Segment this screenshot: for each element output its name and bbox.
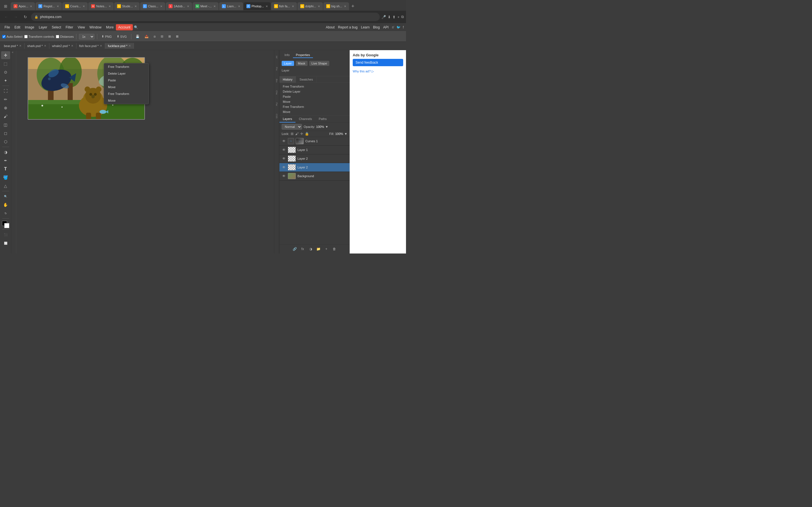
link-layers-btn[interactable]: 🔗 [292, 246, 298, 252]
eraser-tool[interactable]: ◻ [1, 129, 10, 137]
delete-layer-btn[interactable]: 🗑 [332, 246, 337, 252]
layer-visibility-toggle[interactable]: 👁 [282, 174, 286, 178]
share-icon[interactable]: ⬆ [393, 15, 396, 19]
hand-tool[interactable]: ✋ [1, 201, 10, 209]
menu-item-layer[interactable]: Layer [36, 24, 49, 31]
move-tool[interactable]: ✛ [1, 51, 10, 59]
info-mini-label[interactable]: Inf [274, 51, 279, 62]
browser-tab-apex[interactable]: A Apex... ✕ [11, 2, 35, 10]
align-button[interactable]: ⊟ [159, 34, 165, 39]
heal-tool[interactable]: ⊕ [1, 104, 10, 112]
file-tab-close[interactable]: ✕ [19, 44, 21, 47]
new-layer-group-btn[interactable]: 📁 [316, 246, 321, 252]
lock-position-btn[interactable]: ✛ [300, 132, 303, 136]
new-tab-button[interactable]: + [350, 2, 356, 10]
tab-swatches[interactable]: Swatches [296, 76, 317, 82]
lasso-tool[interactable]: ⊙ [1, 68, 10, 76]
context-menu-item-free-transform[interactable]: Free Transform [104, 63, 149, 70]
browser-tab-liam[interactable]: L Liam... ✕ [219, 2, 243, 10]
tab-close-btn[interactable]: ✕ [238, 5, 240, 8]
tab-close-btn[interactable]: ✕ [57, 5, 59, 8]
file-tab-close[interactable]: ✕ [71, 44, 73, 47]
layer-effects-btn[interactable]: fx [300, 246, 306, 252]
paths-mini-label[interactable]: Par [274, 99, 279, 110]
browser-tab-stude[interactable]: G Stude... ✕ [114, 2, 140, 10]
history-item[interactable]: Free Transform [280, 104, 350, 109]
browser-tab-bigsh[interactable]: G big sh... ✕ [323, 2, 349, 10]
lock-all-btn[interactable]: 🔒 [305, 132, 309, 136]
auto-select-checkbox[interactable]: Auto-Select [2, 35, 22, 38]
menu-item-edit[interactable]: Edit [12, 24, 22, 31]
background-color[interactable] [4, 223, 9, 228]
tab-close-btn[interactable]: ✕ [160, 5, 162, 8]
magic-wand-tool[interactable]: ✦ [1, 76, 10, 84]
tab-close-btn[interactable]: ✕ [109, 5, 111, 8]
history-item[interactable]: Free Transform [280, 84, 350, 89]
distances-checkbox[interactable]: Distances [56, 35, 73, 38]
svg-button[interactable]: ⬇ SVG [115, 34, 128, 39]
png-button[interactable]: ⬇ PNG [100, 34, 113, 39]
channels-mini-label[interactable]: Cha [274, 87, 279, 98]
layer-item-3[interactable]: 👁 Layer 2 [280, 163, 350, 172]
browser-tab-fishfa[interactable]: G fish fa... ✕ [271, 2, 297, 10]
fill-arrow[interactable]: ▼ [344, 132, 347, 135]
browser-tab-dolphi[interactable]: G dolphi... ✕ [297, 2, 323, 10]
opacity-arrow[interactable]: ▼ [325, 125, 328, 128]
layer-visibility-toggle[interactable]: 👁 [282, 156, 286, 161]
tab-close-btn[interactable]: ✕ [83, 5, 85, 8]
tab-channels[interactable]: Channels [296, 116, 315, 122]
browser-tab-class[interactable]: C Class... ✕ [140, 2, 165, 10]
eyedropper-tool[interactable]: ✏ [1, 96, 10, 103]
layer-item-2[interactable]: 👁 Layer 2 [280, 154, 350, 163]
brush-tool[interactable]: 🖌 [1, 112, 10, 120]
sidebar-toggle[interactable]: ⊞ [2, 2, 9, 10]
mask-btn[interactable]: ◑ [308, 246, 313, 252]
blog-link[interactable]: Blog [373, 25, 380, 29]
layer-item-1[interactable]: 👁 Layer 1 [280, 146, 350, 154]
brush-mini-label[interactable]: Bru [274, 75, 279, 86]
layer-visibility-toggle[interactable]: 👁 [282, 165, 286, 170]
rotate-tool[interactable]: ↻ [1, 209, 10, 217]
tab-close-btn[interactable]: ✕ [213, 5, 216, 8]
transform-tool[interactable]: ⧈ [152, 34, 157, 39]
export-button[interactable]: 📤 [143, 34, 150, 39]
address-bar[interactable]: 🔒 photopea.com [31, 13, 380, 21]
send-feedback-button[interactable]: Send feedback [353, 59, 403, 66]
dodge-tool[interactable]: ◑ [1, 148, 10, 156]
transform-checkbox[interactable]: Transform controls [24, 35, 54, 38]
blend-mode-dropdown[interactable]: NormalMultiplyScreen [282, 124, 302, 129]
report-bug-link[interactable]: Report a bug [338, 25, 357, 29]
tab-info[interactable]: Info [282, 52, 292, 58]
select-tool[interactable]: ⬚ [1, 60, 10, 68]
download-icon[interactable]: ⬇ [388, 15, 391, 19]
stamp-tool[interactable]: ◫ [1, 121, 10, 129]
file-tab-bear-psd[interactable]: bear.psd * ✕ [1, 43, 24, 49]
menu-item-image[interactable]: Image [22, 24, 36, 31]
arrange-button[interactable]: ⊠ [174, 34, 180, 39]
browser-tab-1adob[interactable]: 1 1Adob... ✕ [166, 2, 192, 10]
api-link[interactable]: API [383, 25, 389, 29]
refresh-button[interactable]: ↻ [21, 13, 29, 21]
reddit-icon[interactable]: r/ [392, 25, 394, 29]
new-layer-btn[interactable]: + [324, 246, 329, 252]
layer-visibility-toggle[interactable]: 👁 [282, 148, 286, 152]
text-tool[interactable]: T [1, 165, 10, 173]
tab-close-btn[interactable]: ✕ [135, 5, 137, 8]
browser-tab-notes[interactable]: M Notes... ✕ [88, 2, 114, 10]
tab-history[interactable]: History [280, 76, 296, 82]
about-link[interactable]: About [326, 25, 335, 29]
facebook-icon[interactable]: f [403, 25, 404, 29]
tab-properties[interactable]: Properties [293, 52, 313, 58]
collapse-left-button[interactable]: « [12, 51, 13, 54]
context-menu-item-delete-layer[interactable]: Delete Layer [104, 70, 149, 77]
menu-item-window[interactable]: Window [87, 24, 104, 31]
prop-layer-btn[interactable]: Layer [282, 61, 294, 66]
menu-item-view[interactable]: View [75, 24, 87, 31]
tab-close-btn[interactable]: ✕ [292, 5, 294, 8]
learn-link[interactable]: Learn [361, 25, 370, 29]
file-tab-close[interactable]: ✕ [100, 44, 102, 47]
properties-mini-label[interactable]: Pro [274, 63, 279, 74]
menu-item-more[interactable]: More [104, 24, 116, 31]
distribute-button[interactable]: ⊞ [167, 34, 172, 39]
save-button[interactable]: 💾 [134, 34, 141, 39]
